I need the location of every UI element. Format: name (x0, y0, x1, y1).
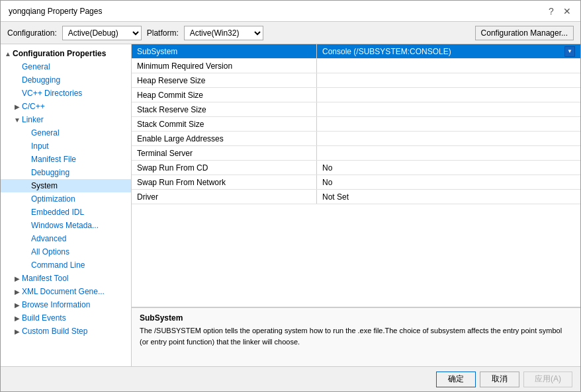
property-value-subsystem: Console (/SUBSYSTEM:CONSOLE) ▼ (317, 44, 580, 58)
tree-item-browse-info[interactable]: ▶ Browse Information (1, 298, 131, 311)
description-text: The /SUBSYSTEM option tells the operatin… (140, 325, 572, 347)
tree-item-linker-windows-metadata[interactable]: Windows Metada... (1, 219, 131, 232)
tree-arrow-build-events: ▶ (13, 315, 22, 322)
property-row-heap-commit[interactable]: Heap Commit Size (132, 88, 580, 102)
property-value-heap-commit (317, 88, 580, 102)
title-bar: yongqiang Property Pages ? ✕ (1, 1, 580, 22)
property-row-terminal-server[interactable]: Terminal Server (132, 146, 580, 161)
config-manager-button[interactable]: Configuration Manager... (475, 26, 574, 40)
tree-label-linker-advanced: Advanced (31, 234, 66, 243)
property-value-heap-reserve (317, 73, 580, 87)
config-bar: Configuration: Active(Debug) Platform: A… (1, 22, 580, 44)
tree-item-config-props[interactable]: ▲ Configuration Properties (1, 47, 131, 60)
property-value-large-addresses (317, 132, 580, 145)
subsystem-value-text: Console (/SUBSYSTEM:CONSOLE) (322, 47, 451, 56)
tree-item-linker-input[interactable]: Input (1, 139, 131, 153)
tree-label-linker-general: General (31, 128, 60, 137)
property-name-subsystem: SubSystem (132, 44, 317, 58)
tree-item-linker-system[interactable]: System (1, 179, 131, 192)
tree-label-manifest-tool: Manifest Tool (22, 274, 68, 283)
tree-arrow-xml-document: ▶ (13, 288, 22, 295)
tree-item-linker-general[interactable]: General (1, 126, 131, 139)
property-value-stack-reserve (317, 102, 580, 116)
apply-button[interactable]: 应用(A) (523, 372, 572, 387)
platform-select[interactable]: Active(Win32) (184, 26, 263, 40)
tree-label-custom-build: Custom Build Step (22, 327, 87, 336)
help-button[interactable]: ? (546, 6, 557, 17)
tree-label-linker-manifest: Manifest File (31, 155, 76, 164)
content-panel: SubSystem Console (/SUBSYSTEM:CONSOLE) ▼… (132, 44, 580, 366)
property-row-swap-cd[interactable]: Swap Run From CD No (132, 161, 580, 175)
tree-arrow-linker: ▼ (13, 116, 22, 124)
tree-label-browse-info: Browse Information (22, 300, 90, 309)
property-value-min-version (317, 59, 580, 73)
tree-item-linker-optimization[interactable]: Optimization (1, 192, 131, 206)
property-row-large-addresses[interactable]: Enable Large Addresses (132, 132, 580, 146)
tree-label-config-props: Configuration Properties (13, 49, 106, 58)
property-name-swap-cd: Swap Run From CD (132, 161, 317, 175)
property-name-stack-commit: Stack Commit Size (132, 117, 317, 131)
tree-label-linker-all-options: All Options (31, 247, 69, 256)
tree-item-manifest-tool[interactable]: ▶ Manifest Tool (1, 272, 131, 285)
tree-item-linker-embedded-idl[interactable]: Embedded IDL (1, 206, 131, 219)
tree-item-vc-directories[interactable]: VC++ Directories (1, 87, 131, 100)
ok-button[interactable]: 确定 (436, 372, 476, 387)
tree-label-build-events: Build Events (22, 313, 66, 323)
close-button[interactable]: ✕ (562, 6, 572, 17)
config-label: Configuration: (7, 28, 57, 38)
tree-item-debugging[interactable]: Debugging (1, 73, 131, 87)
property-value-swap-network: No (317, 175, 580, 189)
property-row-stack-reserve[interactable]: Stack Reserve Size (132, 102, 580, 117)
property-name-heap-reserve: Heap Reserve Size (132, 73, 317, 87)
platform-label: Platform: (147, 28, 179, 38)
tree-arrow-config-props: ▲ (3, 50, 13, 58)
property-name-min-version: Minimum Required Version (132, 59, 317, 73)
tree-item-linker-advanced[interactable]: Advanced (1, 232, 131, 245)
description-area: SubSystem The /SUBSYSTEM option tells th… (132, 307, 580, 366)
tree-label-linker: Linker (22, 115, 44, 124)
property-name-heap-commit: Heap Commit Size (132, 88, 317, 102)
cancel-button[interactable]: 取消 (480, 372, 519, 387)
tree-label-debugging: Debugging (22, 75, 60, 85)
tree-item-general[interactable]: General (1, 60, 131, 73)
tree-arrow-custom-build: ▶ (13, 328, 22, 335)
tree-item-custom-build[interactable]: ▶ Custom Build Step (1, 325, 131, 338)
bottom-bar: 确定 取消 应用(A) (1, 366, 580, 391)
property-pages-window: yongqiang Property Pages ? ✕ Configurati… (0, 0, 581, 392)
property-row-driver[interactable]: Driver Not Set (132, 190, 580, 204)
tree-item-cpp[interactable]: ▶ C/C++ (1, 100, 131, 113)
property-value-terminal-server (317, 146, 580, 160)
tree-item-xml-document[interactable]: ▶ XML Document Gene... (1, 285, 131, 298)
tree-label-linker-optimization: Optimization (31, 194, 75, 204)
tree-label-cpp: C/C++ (22, 102, 45, 111)
tree-arrow-browse-info: ▶ (13, 301, 22, 309)
subsystem-dropdown: Console (/SUBSYSTEM:CONSOLE) ▼ (322, 46, 575, 57)
property-row-stack-commit[interactable]: Stack Commit Size (132, 117, 580, 132)
property-row-min-version[interactable]: Minimum Required Version (132, 59, 580, 73)
window-title: yongqiang Property Pages (9, 7, 102, 16)
main-area: ▲ Configuration Properties General Debug… (1, 44, 580, 366)
tree-item-build-events[interactable]: ▶ Build Events (1, 311, 131, 325)
configuration-select[interactable]: Active(Debug) (62, 26, 142, 40)
subsystem-dropdown-arrow[interactable]: ▼ (564, 46, 575, 57)
tree-label-linker-debugging: Debugging (31, 168, 69, 177)
tree-item-linker[interactable]: ▼ Linker (1, 113, 131, 126)
tree-item-linker-debugging[interactable]: Debugging (1, 166, 131, 179)
tree-arrow-manifest-tool: ▶ (13, 275, 22, 282)
tree-label-linker-system: System (31, 181, 58, 190)
property-value-stack-commit (317, 117, 580, 131)
property-value-driver: Not Set (317, 190, 580, 204)
tree-item-linker-all-options[interactable]: All Options (1, 245, 131, 258)
property-name-terminal-server: Terminal Server (132, 146, 317, 160)
tree-label-xml-document: XML Document Gene... (22, 287, 105, 296)
tree-panel: ▲ Configuration Properties General Debug… (1, 44, 132, 366)
property-row-subsystem[interactable]: SubSystem Console (/SUBSYSTEM:CONSOLE) ▼ (132, 44, 580, 59)
tree-label-linker-command-line: Command Line (31, 260, 85, 270)
property-row-swap-network[interactable]: Swap Run From Network No (132, 175, 580, 190)
tree-arrow-cpp: ▶ (13, 103, 22, 110)
tree-item-linker-command-line[interactable]: Command Line (1, 258, 131, 272)
tree-item-linker-manifest[interactable]: Manifest File (1, 153, 131, 166)
property-row-heap-reserve[interactable]: Heap Reserve Size (132, 73, 580, 88)
tree-label-linker-embedded-idl: Embedded IDL (31, 208, 84, 217)
property-name-swap-network: Swap Run From Network (132, 175, 317, 189)
